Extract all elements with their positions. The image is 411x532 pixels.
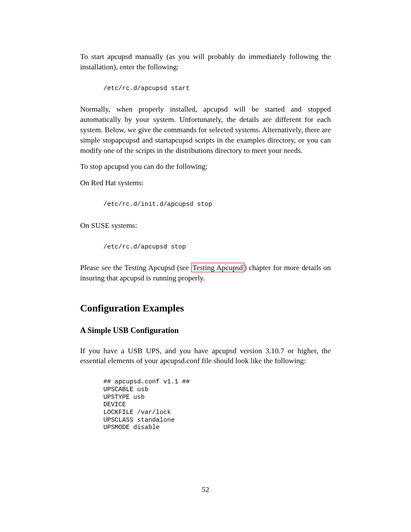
code-block-redhat-stop: /etc/rc.d/init.d/apcupsd stop <box>103 200 331 208</box>
paragraph-redhat: On Red Hat systems: <box>80 178 331 188</box>
code-block-suse-stop: /etc/rc.d/apcupsd stop <box>103 243 331 251</box>
paragraph-testing: Please see the Testing Apcupsd (see Test… <box>80 263 331 283</box>
subsection-heading-usb-config: A Simple USB Configuration <box>80 325 331 336</box>
page-number: 52 <box>0 485 411 495</box>
paragraph: To start apcupsd manually (as you will p… <box>80 52 331 72</box>
code-block-conf: ## apcupsd.conf v1.1 ## UPSCABLE usb UPS… <box>103 378 331 432</box>
code-block-start: /etc/rc.d/apcupsd start <box>103 84 331 93</box>
section-heading-config-examples: Configuration Examples <box>80 302 331 315</box>
testing-apcupsd-link[interactable]: Testing Apcupsd <box>191 263 244 272</box>
paragraph: To stop apcupsd you can do the following… <box>80 162 331 172</box>
paragraph: If you have a USB UPS, and you have apcu… <box>80 346 331 367</box>
document-page: To start apcupsd manually (as you will p… <box>0 0 411 532</box>
paragraph-suse: On SUSE systems: <box>80 221 331 231</box>
paragraph: Normally, when properly installed, apcup… <box>80 104 331 156</box>
text-span: Please see the Testing Apcupsd (see <box>80 263 191 272</box>
